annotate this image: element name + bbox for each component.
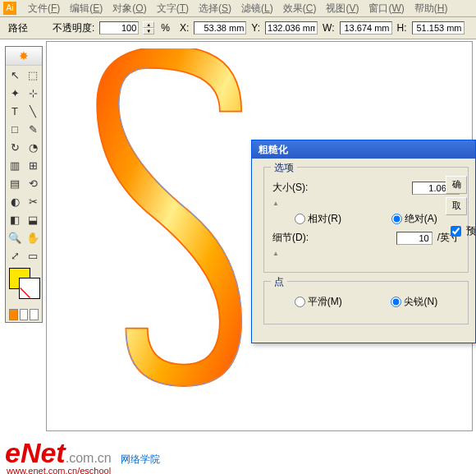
artwork-letter-s[interactable] [92, 48, 264, 426]
corner-radio[interactable]: 尖锐(N) [391, 295, 437, 309]
mini-swatch-1[interactable] [20, 309, 29, 320]
w-input[interactable] [340, 21, 392, 35]
tool-14[interactable]: ◐ [6, 192, 24, 210]
watermark-url: www.enet.com.cn/eschool [7, 466, 111, 474]
mode-label: 路径 [8, 21, 28, 35]
opacity-label: 不透明度: [53, 21, 94, 35]
detail-label: 细节(D): [272, 231, 309, 245]
w-label: W: [323, 22, 334, 34]
options-fieldset: 选项 大小(S): ▲ 相对(R) 绝对(A) 细节(D): /英寸 [263, 167, 469, 273]
y-input[interactable] [265, 21, 318, 35]
toolbox-header: ✸ [6, 47, 42, 66]
opacity-input[interactable] [99, 21, 139, 35]
absolute-radio[interactable]: 绝对(A) [391, 212, 437, 226]
menu-l[interactable]: 滤镜(L) [236, 2, 278, 16]
points-legend: 点 [271, 275, 287, 289]
tool-0[interactable]: ↖ [6, 66, 24, 84]
tool-1[interactable]: ⬚ [24, 66, 42, 84]
cancel-button[interactable]: 取 [446, 197, 467, 215]
tool-20[interactable]: ⤢ [6, 246, 24, 265]
h-input[interactable] [412, 21, 465, 35]
stroke-swatch[interactable] [19, 278, 40, 299]
menu-e[interactable]: 编辑(E) [65, 2, 108, 16]
dialog-title: 粗糙化 [252, 140, 475, 159]
option-bar: 路径 不透明度: ▲▼ % X: Y: W: H: [0, 17, 476, 39]
menu-o[interactable]: 对象(O) [108, 2, 151, 16]
tool-18[interactable]: 🔍 [6, 228, 24, 246]
menu-c[interactable]: 效果(C) [278, 2, 322, 16]
tool-7[interactable]: ✎ [24, 120, 42, 138]
burst-icon: ✸ [19, 49, 29, 62]
tool-15[interactable]: ✂ [24, 192, 42, 210]
preview-checkbox[interactable]: 预 [447, 223, 476, 239]
mini-swatch-row [6, 307, 42, 322]
h-label: H: [397, 22, 407, 34]
menu-bar: Ai 文件(F)编辑(E)对象(O)文字(T)选择(S)滤镜(L)效果(C)视图… [0, 0, 476, 17]
tool-6[interactable]: □ [6, 120, 24, 138]
tool-11[interactable]: ⊞ [24, 156, 42, 174]
y-label: Y: [251, 22, 260, 34]
smooth-radio[interactable]: 平滑(M) [295, 295, 342, 309]
ok-button[interactable]: 确 [446, 176, 467, 194]
tool-8[interactable]: ↻ [6, 138, 24, 156]
tool-2[interactable]: ✦ [6, 84, 24, 102]
opacity-unit: % [161, 22, 170, 34]
color-swatches[interactable] [6, 265, 42, 307]
menu-w[interactable]: 窗口(W) [364, 2, 409, 16]
detail-input[interactable] [396, 232, 433, 245]
menu-h[interactable]: 帮助(H) [410, 2, 453, 16]
toolbox-panel: ✸ ↖⬚✦⊹T╲□✎↻◔▥⊞▤⟲◐✂◧⬓🔍✋⤢▭ [5, 46, 43, 323]
tool-12[interactable]: ▤ [6, 174, 24, 192]
app-icon: Ai [3, 2, 16, 15]
tool-16[interactable]: ◧ [6, 210, 24, 228]
tool-17[interactable]: ⬓ [24, 210, 42, 228]
roughen-dialog: 粗糙化 选项 大小(S): ▲ 相对(R) 绝对(A) 细节(D): [251, 140, 476, 343]
relative-radio[interactable]: 相对(R) [295, 212, 341, 226]
menu-t[interactable]: 文字(T) [152, 2, 194, 16]
dialog-buttons: 确 取 预 [446, 176, 476, 239]
tool-13[interactable]: ⟲ [24, 174, 42, 192]
x-input[interactable] [194, 21, 246, 35]
size-label: 大小(S): [272, 181, 308, 195]
tool-9[interactable]: ◔ [24, 138, 42, 156]
menu-v[interactable]: 视图(V) [321, 2, 364, 16]
options-legend: 选项 [271, 161, 297, 175]
tool-5[interactable]: ╲ [24, 102, 42, 120]
tool-10[interactable]: ▥ [6, 156, 24, 174]
points-fieldset: 点 平滑(M) 尖锐(N) [263, 281, 469, 324]
mini-swatch-2[interactable] [30, 309, 39, 320]
watermark-logo: eNet.com.cn 网络学院 [5, 437, 160, 469]
tool-21[interactable]: ▭ [24, 246, 42, 265]
tool-4[interactable]: T [6, 102, 24, 120]
x-label: X: [180, 22, 189, 34]
opacity-stepper[interactable]: ▲▼ [143, 21, 154, 35]
tool-3[interactable]: ⊹ [24, 84, 42, 102]
menu-f[interactable]: 文件(F) [23, 2, 65, 16]
mini-swatch-0[interactable] [9, 309, 18, 320]
tool-19[interactable]: ✋ [24, 228, 42, 246]
menu-s[interactable]: 选择(S) [194, 2, 236, 16]
